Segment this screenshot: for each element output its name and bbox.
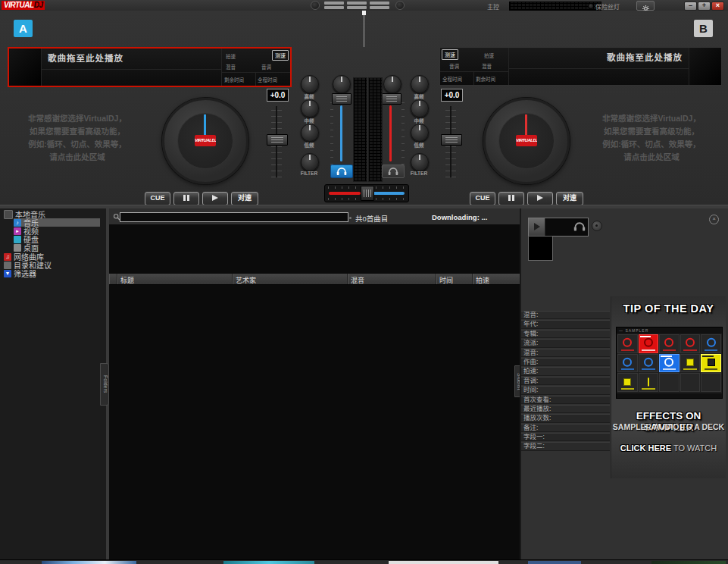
maximize-button[interactable]: + xyxy=(698,2,711,11)
deck-a-pitch-handle[interactable] xyxy=(267,134,288,146)
deck-b-cue-button[interactable]: CUE xyxy=(470,192,495,205)
field-first-seen[interactable]: 首次查看: xyxy=(521,396,610,404)
deck-a-volume-handle[interactable] xyxy=(332,93,352,105)
minimize-button[interactable]: – xyxy=(684,2,697,11)
field-composer[interactable]: 作曲: xyxy=(521,358,610,366)
deck-b-eq-mid-knob[interactable] xyxy=(411,99,429,118)
field-year[interactable]: 年代: xyxy=(521,320,610,328)
deck-b-jog-wheel[interactable]: VIRTUALDJ xyxy=(483,98,570,184)
deck-b-tap-button[interactable]: 测速 xyxy=(442,49,458,60)
headphone-icon[interactable] xyxy=(573,221,586,232)
field-last-play[interactable]: 最近播放: xyxy=(521,405,610,413)
deck-b-bpm-label: 拍速 xyxy=(484,52,494,59)
deck-b-welcome-text[interactable]: 非常感谢您选择VirtualDJ，如果您需要查看高级功能， 例如:循环、切点、效… xyxy=(585,112,718,164)
deck-a-eq-high-knob[interactable] xyxy=(301,75,319,93)
deck-a-play-button[interactable] xyxy=(202,192,228,205)
deck-b-stats: 测速 拍速 音调 混音 全程时间 剩余时间 xyxy=(440,48,509,85)
deck-a-gain-knob[interactable] xyxy=(333,75,351,93)
sidebar-item-filters[interactable]: ▼筛选器 xyxy=(4,269,36,277)
column-title[interactable]: 标题 xyxy=(117,274,233,284)
column-bpm[interactable]: 拍速 xyxy=(473,274,520,284)
virtualdj-window: VIRTUALDJ 主控 保险丝灯 – + × A B 歌曲拖至此处播放 xyxy=(0,0,728,564)
deck-a-jog-wheel[interactable]: VIRTUALDJ xyxy=(162,98,248,184)
column-artist[interactable]: 艺术家 xyxy=(233,274,348,284)
sampler-pad xyxy=(680,373,701,392)
sampler-pad xyxy=(680,354,701,373)
panel-close-icon[interactable]: × xyxy=(709,215,719,224)
sampler-pad xyxy=(617,373,638,392)
deck-b-pitch-handle[interactable] xyxy=(441,134,462,146)
level-bars-1[interactable] xyxy=(324,2,344,11)
column-remix[interactable]: 混音 xyxy=(348,274,436,284)
field-key[interactable]: 音调: xyxy=(521,377,610,385)
folders-tab[interactable]: Folders xyxy=(100,363,109,406)
preview-play-button[interactable] xyxy=(529,218,545,236)
level-bars-3[interactable] xyxy=(370,2,389,11)
close-button[interactable]: × xyxy=(711,2,724,11)
crossfader[interactable] xyxy=(324,184,409,202)
deck-a-eq-mid-knob[interactable] xyxy=(301,99,319,118)
play-icon xyxy=(537,195,543,201)
deck-b-stutter-button[interactable] xyxy=(498,192,524,205)
deck-a-tap-button[interactable]: 测速 xyxy=(272,50,289,61)
sampler-pad xyxy=(701,354,721,373)
deck-a-key-label: 音调 xyxy=(261,63,271,70)
field-album[interactable]: 专辑: xyxy=(521,330,610,338)
crossfader-handle[interactable] xyxy=(361,186,374,201)
deck-b-track-info[interactable]: 测速 拍速 音调 混音 全程时间 剩余时间 歌曲拖至此处播放 xyxy=(439,47,722,86)
preview-album-art xyxy=(528,236,553,261)
settings-button[interactable] xyxy=(636,1,655,11)
deck-a-eq-low-knob[interactable] xyxy=(301,124,319,142)
deck-b-eq-high-knob[interactable] xyxy=(411,75,429,93)
deck-section: A B 歌曲拖至此处播放 拍速 测速 混音 音调 剩余时间 全程时间 xyxy=(0,11,728,205)
deck-b-filter-knob[interactable] xyxy=(411,153,429,171)
computer-icon xyxy=(4,210,13,219)
field-genre[interactable]: 流派: xyxy=(521,339,610,347)
tip-title: TIP OF THE DAY xyxy=(611,302,726,315)
master-knob-left[interactable] xyxy=(311,1,320,10)
deck-a-cue-button[interactable]: CUE xyxy=(145,192,170,205)
level-bars-2[interactable] xyxy=(347,2,367,11)
preview-volume-knob[interactable] xyxy=(592,221,602,231)
deck-b-gain-knob[interactable] xyxy=(383,75,401,93)
deck-a-headphone-button[interactable] xyxy=(330,164,353,178)
deck-b-key-label: 音调 xyxy=(449,62,459,70)
deck-a-sync-button[interactable]: 对速 xyxy=(231,192,258,205)
tip-cta[interactable]: CLICK HERE TO WATCH xyxy=(611,443,726,453)
sampler-pad xyxy=(617,334,638,353)
master-knob-right[interactable] xyxy=(395,1,405,10)
deck-b-eq-low-knob[interactable] xyxy=(411,124,429,142)
field-user2[interactable]: 字段二: xyxy=(521,442,610,450)
sampler-pad xyxy=(701,334,721,353)
tip-subheadline: SAMPLER AUDIO TO A DECK xyxy=(611,422,726,431)
filter-icon: ▼ xyxy=(4,270,11,277)
deck-a-total-label: 全程时间 xyxy=(258,76,277,83)
track-list-header: 标题 艺术家 混音 时间 拍速 xyxy=(109,274,520,285)
preview-player xyxy=(528,218,589,237)
field-remixer[interactable]: 混音: xyxy=(521,349,610,357)
search-input[interactable] xyxy=(120,212,348,222)
deck-b-volume-handle[interactable] xyxy=(382,93,401,105)
field-play-count[interactable]: 播放次数: xyxy=(521,414,610,422)
tip-of-the-day-panel[interactable]: TIP OF THE DAY — SAMPLER xyxy=(611,296,726,478)
column-time[interactable]: 时间 xyxy=(436,274,473,284)
deck-a-mix-label: 混音 xyxy=(226,63,236,70)
field-comment[interactable]: 备注: xyxy=(521,424,610,432)
field-user1[interactable]: 字段一: xyxy=(521,433,610,441)
deck-a-stutter-button[interactable] xyxy=(173,192,199,205)
deck-a-badge: A xyxy=(14,20,33,37)
column-spacer[interactable] xyxy=(109,274,117,284)
vu-meter-b xyxy=(368,77,383,182)
deck-a-welcome-text[interactable]: 非常感谢您选择VirtualDJ，如果您需要查看高级功能， 例如:循环、切点、效… xyxy=(11,112,144,164)
deck-b-play-button[interactable] xyxy=(527,192,553,205)
downloading-status: Downloading: ... xyxy=(432,213,487,221)
deck-a-filter-knob[interactable] xyxy=(301,153,319,171)
field-time[interactable]: 时间: xyxy=(521,386,610,394)
field-bpm[interactable]: 拍速: xyxy=(521,367,610,375)
deck-a-track-info[interactable]: 歌曲拖至此处播放 拍速 测速 混音 音调 剩余时间 全程时间 xyxy=(8,47,292,87)
deck-b-headphone-button[interactable] xyxy=(382,164,405,178)
deck-b-sync-button[interactable]: 对速 xyxy=(556,192,583,205)
field-remix[interactable]: 混音: xyxy=(521,311,610,319)
folder-icon xyxy=(4,262,11,269)
app-logo: VIRTUALDJ xyxy=(2,1,45,10)
